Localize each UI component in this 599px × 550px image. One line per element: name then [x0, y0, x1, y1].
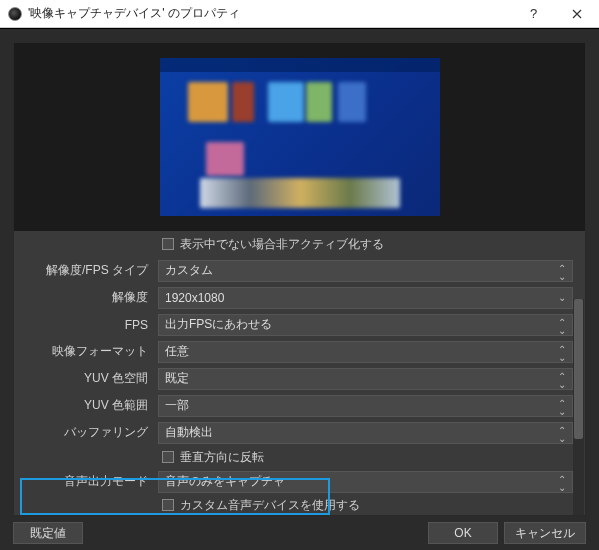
combo-value: 自動検出 [165, 424, 213, 441]
yuv-color-space-row: YUV 色空間 既定 ⌃ ⌄ [14, 365, 573, 392]
yuv-color-space-label: YUV 色空間 [14, 370, 158, 387]
chevron-down-icon: ⌄ [558, 293, 566, 303]
resolution-row: 解像度 1920x1080 ⌄ [14, 284, 573, 311]
form-scrollbar[interactable] [573, 299, 584, 515]
video-preview [160, 58, 440, 216]
yuv-color-space-combo[interactable]: 既定 ⌃ ⌄ [158, 368, 573, 390]
chevron-down-icon: ⌄ [558, 483, 566, 493]
flip-vertical-label: 垂直方向に反転 [180, 449, 264, 466]
obs-logo-icon [8, 7, 22, 21]
video-format-row: 映像フォーマット 任意 ⌃ ⌄ [14, 338, 573, 365]
combo-value: 出力FPSにあわせる [165, 316, 272, 333]
custom-audio-device-row[interactable]: カスタム音声デバイスを使用する [14, 495, 573, 515]
buffering-combo[interactable]: 自動検出 ⌃ ⌄ [158, 422, 573, 444]
combo-value: 既定 [165, 370, 189, 387]
properties-panel: 表示中でない場合非アクティブ化する 解像度/FPS タイプ カスタム ⌃ ⌄ 解… [13, 42, 586, 516]
combo-value: 一部 [165, 397, 189, 414]
combo-value: 1920x1080 [165, 291, 224, 305]
resolution-fps-type-combo[interactable]: カスタム ⌃ ⌄ [158, 260, 573, 282]
audio-output-mode-row: 音声出力モード 音声のみをキャプチャ ⌃ ⌄ [14, 468, 573, 495]
flip-vertical-row[interactable]: 垂直方向に反転 [14, 446, 573, 468]
chevron-down-icon: ⌄ [558, 272, 566, 282]
window-title: '映像キャプチャデバイス' のプロパティ [28, 5, 511, 22]
defaults-button[interactable]: 既定値 [13, 522, 83, 544]
checkbox-icon [162, 238, 174, 250]
combo-value: 音声のみをキャプチャ [165, 473, 285, 490]
resolution-fps-type-row: 解像度/FPS タイプ カスタム ⌃ ⌄ [14, 257, 573, 284]
ok-button[interactable]: OK [428, 522, 498, 544]
chevron-down-icon: ⌄ [558, 434, 566, 444]
help-icon: ? [528, 7, 538, 21]
help-button[interactable]: ? [511, 0, 555, 28]
preview-area [14, 43, 585, 231]
button-bar: 既定値 OK キャンセル [0, 516, 599, 550]
yuv-color-range-combo[interactable]: 一部 ⌃ ⌄ [158, 395, 573, 417]
close-icon [572, 9, 582, 19]
chevron-down-icon: ⌄ [558, 326, 566, 336]
deactivate-label: 表示中でない場合非アクティブ化する [180, 236, 384, 253]
resolution-fps-type-label: 解像度/FPS タイプ [14, 262, 158, 279]
chevron-down-icon: ⌄ [558, 353, 566, 363]
dialog-body: 表示中でない場合非アクティブ化する 解像度/FPS タイプ カスタム ⌃ ⌄ 解… [0, 28, 599, 550]
chevron-down-icon: ⌄ [558, 407, 566, 417]
buffering-row: バッファリング 自動検出 ⌃ ⌄ [14, 419, 573, 446]
yuv-color-range-row: YUV 色範囲 一部 ⌃ ⌄ [14, 392, 573, 419]
checkbox-icon [162, 499, 174, 511]
fps-label: FPS [14, 318, 158, 332]
fps-combo[interactable]: 出力FPSにあわせる ⌃ ⌄ [158, 314, 573, 336]
custom-audio-device-label: カスタム音声デバイスを使用する [180, 497, 360, 514]
chevron-down-icon: ⌄ [558, 380, 566, 390]
resolution-combo[interactable]: 1920x1080 ⌄ [158, 287, 573, 309]
scrollbar-thumb[interactable] [574, 299, 583, 439]
video-format-label: 映像フォーマット [14, 343, 158, 360]
svg-text:?: ? [530, 7, 537, 21]
checkbox-icon [162, 451, 174, 463]
combo-value: カスタム [165, 262, 213, 279]
resolution-label: 解像度 [14, 289, 158, 306]
titlebar: '映像キャプチャデバイス' のプロパティ ? [0, 0, 599, 28]
deactivate-checkbox-row[interactable]: 表示中でない場合非アクティブ化する [14, 231, 573, 257]
audio-output-mode-combo[interactable]: 音声のみをキャプチャ ⌃ ⌄ [158, 471, 573, 493]
fps-row: FPS 出力FPSにあわせる ⌃ ⌄ [14, 311, 573, 338]
buffering-label: バッファリング [14, 424, 158, 441]
form-area: 表示中でない場合非アクティブ化する 解像度/FPS タイプ カスタム ⌃ ⌄ 解… [14, 231, 573, 515]
audio-output-mode-label: 音声出力モード [14, 473, 158, 490]
cancel-button[interactable]: キャンセル [504, 522, 586, 544]
video-format-combo[interactable]: 任意 ⌃ ⌄ [158, 341, 573, 363]
close-button[interactable] [555, 0, 599, 28]
combo-value: 任意 [165, 343, 189, 360]
yuv-color-range-label: YUV 色範囲 [14, 397, 158, 414]
